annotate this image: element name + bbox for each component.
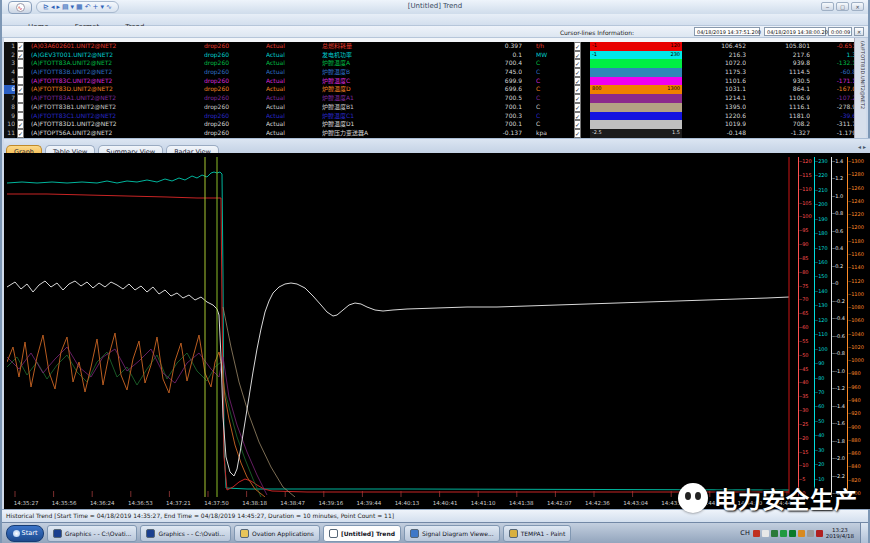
cursor1-value: 1220.6 <box>686 112 746 121</box>
row-scale-checkbox[interactable]: ✓ <box>574 85 581 94</box>
taskbar-button-ovation-applications[interactable]: Ovation Applications <box>234 525 320 542</box>
signal-row-4[interactable]: 4(A)FTOTT83B.UNIT2@NET2drop260Actual炉膛温度… <box>4 68 858 77</box>
row-scale-checkbox[interactable]: ✓ <box>574 94 581 103</box>
tray-icon-m[interactable] <box>789 530 796 537</box>
taskbar-button-label: Graphics - - C:\Ovati... <box>65 530 131 537</box>
language-indicator[interactable]: CH <box>740 529 749 537</box>
signal-row-6[interactable]: 6(A)FTOTT83D.UNIT2@NET2drop260Actual炉膛温度… <box>4 85 858 94</box>
sparkline-icon[interactable]: ∿ <box>106 2 112 12</box>
selected-signal-side-label[interactable]: (A)FTOTT83D.UNIT2@NET2 <box>854 38 866 138</box>
cursor1-time-field[interactable]: 04/18/2019 14:37:51.200 <box>694 27 760 36</box>
show-desktop-button[interactable] <box>860 523 868 543</box>
series-furnace-temp-orange <box>7 333 265 497</box>
series-total-fuel <box>7 194 789 492</box>
row-visible-checkbox[interactable]: ✓ <box>17 51 24 60</box>
row-scale-checkbox[interactable]: ✓ <box>574 103 581 112</box>
undo-icon[interactable]: ↶ <box>85 2 91 12</box>
row-visible-checkbox[interactable] <box>17 94 24 103</box>
row-visible-checkbox[interactable] <box>17 77 24 86</box>
taskbar-button-graphics-c-ovati-[interactable]: Graphics - - C:\Ovati... <box>47 525 137 542</box>
export-icon[interactable]: ▤ <box>62 2 69 12</box>
tray-icon-circle[interactable] <box>816 530 823 537</box>
close-button[interactable]: ✕ <box>851 2 864 11</box>
row-visible-checkbox[interactable] <box>17 59 24 68</box>
time-label: 14:37:50 <box>197 500 235 506</box>
scale-min <box>590 59 594 68</box>
row-number: 7 <box>4 94 15 103</box>
row-visible-checkbox[interactable]: ✓ <box>17 120 24 129</box>
system-tray: CH 13:232019/4/18 <box>740 527 868 539</box>
row-visible-checkbox[interactable] <box>17 103 24 112</box>
signal-row-10[interactable]: 10(A)FTOTT83D1.UNIT2@NET2drop260Actual炉膛… <box>4 120 858 129</box>
tab-scroll-arrows[interactable]: ◂ ▸ <box>858 143 866 150</box>
forward-icon[interactable]: ▸ <box>56 2 60 12</box>
row-visible-checkbox[interactable] <box>17 68 24 77</box>
tray-icon-green[interactable] <box>780 530 787 537</box>
axis-tick-label: ‒960 <box>848 383 867 391</box>
signal-drop: drop260 <box>204 103 254 112</box>
dropdown-icon[interactable]: ▾ <box>100 2 104 12</box>
taskbar-button-signal-diagram-viewe-[interactable]: Signal Diagram Viewe... <box>404 525 500 542</box>
taskbar-button-graphics-c-ovati-[interactable]: Graphics - - C:\Ovati... <box>140 525 230 542</box>
row-scale-checkbox[interactable]: ✓ <box>574 51 581 60</box>
row-visible-checkbox[interactable]: ✓ <box>17 42 24 51</box>
row-visible-checkbox[interactable]: ✓ <box>17 85 24 94</box>
signal-drop: drop260 <box>204 112 254 121</box>
row-scale-checkbox[interactable]: ✓ <box>574 42 581 51</box>
taskbar-button--untitled-trend[interactable]: [Untitled] Trend <box>323 525 401 542</box>
signal-row-5[interactable]: 5(A)FTOTT83C.UNIT2@NET2drop260Actual炉膛温度… <box>4 77 858 86</box>
scale-range-bar: -1230 <box>590 51 682 60</box>
axis-tick-label: ‒-1.4 <box>832 402 847 410</box>
tray-icon-gray[interactable] <box>807 530 814 537</box>
grid-icon[interactable]: ▦ <box>76 2 83 12</box>
row-visible-checkbox[interactable]: ✓ <box>17 129 24 138</box>
title-bar[interactable]: [Untitled] Trend ∿ ⊵◂▸▤▾▦↶+▾∿ ─ □ ✕ <box>2 0 868 14</box>
signal-row-2[interactable]: 2(A)GEV3T001.UNIT2@NET2drop260Actual发电机功… <box>4 51 858 60</box>
axis-tick-label: ‒150 <box>815 272 831 280</box>
taskbar-button-tempa1-paint[interactable]: TEMPA1 - Paint <box>503 525 572 542</box>
tray-icon-monitor[interactable] <box>771 530 778 537</box>
taskbar-clock[interactable]: 13:232019/4/18 <box>826 527 854 539</box>
axis-tick-label: ‒0.2 <box>832 262 847 270</box>
cursor-info-close-icon[interactable]: ✕ <box>854 27 864 36</box>
taskbar-button-label: Graphics - - C:\Ovati... <box>158 530 224 537</box>
signal-row-9[interactable]: 9(A)FTOTT83C1.UNIT2@NET2drop260Actual炉膛温… <box>4 112 858 121</box>
row-scale-checkbox[interactable]: ✓ <box>574 112 581 121</box>
signal-row-1[interactable]: 1(A)03A602601.UNIT2@NET2drop260Actual总燃料… <box>4 42 858 51</box>
signal-row-11[interactable]: 11(A)FTOPT56A.UNIT2@NET2drop260Actual炉膛压… <box>4 129 858 138</box>
dropdown-icon[interactable]: ▾ <box>71 2 75 12</box>
cursor-info-bar: Cursor-lines Information: 04/18/2019 14:… <box>2 26 868 38</box>
row-scale-checkbox[interactable]: ✓ <box>574 68 581 77</box>
cursor2-value: 708.2 <box>750 120 810 129</box>
axis-tick-label: ‒180 <box>815 229 831 237</box>
signal-row-3[interactable]: 3(A)FTOTT83A.UNIT2@NET2drop260Actual炉膛温度… <box>4 59 858 68</box>
signal-row-8[interactable]: 8(A)FTOTT83B1.UNIT2@NET2drop260Actual炉膛温… <box>4 103 858 112</box>
row-scale-checkbox[interactable]: ✓ <box>574 120 581 129</box>
pressure-axis: ‒1.4‒1.2‒1.0‒0.8‒0.6‒0.4‒0.2‒0‒-0.2‒-0.4… <box>831 157 847 497</box>
back-icon[interactable]: ◂ <box>51 2 55 12</box>
row-scale-checkbox[interactable]: ✓ <box>574 59 581 68</box>
scale-min <box>590 112 594 121</box>
row-scale-checkbox[interactable]: ✓ <box>574 77 581 86</box>
maximize-button[interactable]: □ <box>836 2 849 11</box>
tray-icon-red[interactable] <box>753 530 760 537</box>
tray-icon-flag[interactable] <box>762 530 769 537</box>
row-number: 2 <box>4 51 15 60</box>
trend-plot-svg[interactable] <box>7 157 797 497</box>
signal-row-7[interactable]: 7(A)FTOTT83A1.UNIT2@NET2drop260Actual炉膛温… <box>4 94 858 103</box>
time-label: 14:36:24 <box>83 500 121 506</box>
start-button[interactable]: Start <box>6 525 44 542</box>
minimize-button[interactable]: ─ <box>821 2 834 11</box>
app-menu-button[interactable]: ∿ <box>8 1 32 14</box>
scale-min: -2.5 <box>590 129 604 138</box>
axis-tick-label: ‒1000 <box>848 356 867 364</box>
axis-tick-label: ‒30 <box>815 446 831 454</box>
trend-chart-icon[interactable]: ⊵ <box>43 2 49 12</box>
signal-unit: kpa <box>536 129 566 138</box>
trend-plot[interactable] <box>7 157 797 497</box>
cursor2-time-field[interactable]: 04/18/2019 14:38:00.200 <box>764 27 826 36</box>
row-scale-checkbox[interactable]: ✓ <box>574 129 581 138</box>
add-icon[interactable]: + <box>93 2 99 12</box>
row-visible-checkbox[interactable] <box>17 112 24 121</box>
tray-icon-orange[interactable] <box>798 530 805 537</box>
